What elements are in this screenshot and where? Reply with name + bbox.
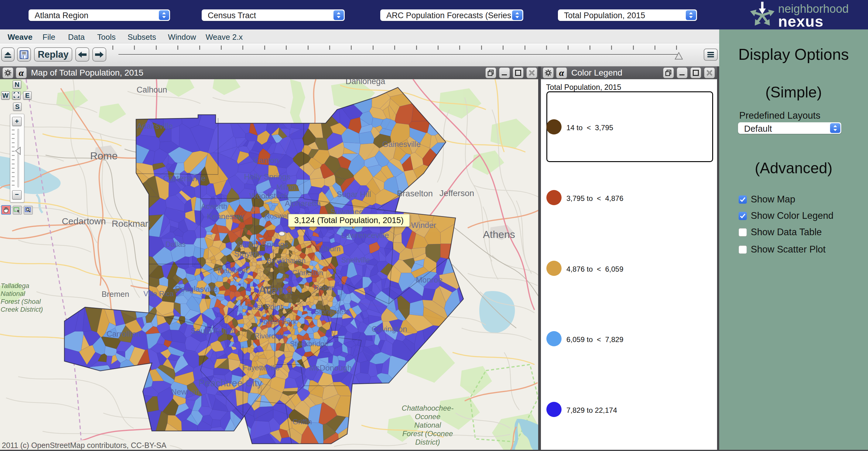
svg-text:Forest Park: Forest Park	[259, 318, 297, 326]
svg-text:Cedartown: Cedartown	[62, 216, 106, 226]
svg-text:Stockbridge: Stockbridge	[290, 340, 329, 348]
svg-text:South Fulton: South Fulton	[191, 326, 236, 335]
svg-text:Griffin: Griffin	[292, 418, 312, 426]
svg-text:Adairsville: Adairsville	[137, 121, 173, 130]
svg-text:Smyrna: Smyrna	[234, 249, 261, 258]
svg-text:Carrollton: Carrollton	[106, 329, 141, 339]
svg-text:Cartersville: Cartersville	[163, 173, 206, 183]
svg-text:Woodstock: Woodstock	[249, 191, 288, 200]
svg-text:Douglasville: Douglasville	[175, 284, 217, 293]
svg-text:Bremen: Bremen	[101, 290, 129, 299]
svg-text:Winder: Winder	[411, 221, 436, 230]
svg-text:Rome: Rome	[90, 150, 118, 161]
svg-text:Fayetteville: Fayetteville	[243, 363, 279, 372]
svg-text:Stonecrest: Stonecrest	[314, 308, 349, 316]
svg-text:Calhoun: Calhoun	[137, 85, 167, 94]
svg-text:Newnan: Newnan	[171, 387, 200, 396]
svg-text:Sugar Hill: Sugar Hill	[337, 190, 371, 199]
svg-text:Canton: Canton	[253, 156, 279, 165]
svg-text:Monroe: Monroe	[416, 275, 442, 284]
svg-text:Covington: Covington	[371, 324, 407, 333]
svg-text:Lilburn: Lilburn	[318, 245, 340, 253]
svg-text:National: National	[1, 290, 26, 297]
svg-text:National: National	[414, 421, 441, 429]
svg-text:Acworth: Acworth	[201, 202, 227, 210]
svg-text:Creek District): Creek District)	[1, 305, 43, 313]
svg-text:Forest (Shoal: Forest (Shoal	[1, 298, 41, 305]
svg-text:Dallas: Dallas	[165, 240, 186, 248]
svg-text:Atlanta: Atlanta	[259, 284, 293, 296]
svg-text:Redan: Redan	[314, 284, 335, 292]
svg-text:East Point: East Point	[247, 302, 283, 312]
svg-text:σ: σ	[251, 204, 256, 214]
svg-text:Alpharetta: Alpharetta	[285, 199, 321, 208]
svg-text:Peachtree City: Peachtree City	[198, 378, 262, 388]
svg-text:District): District)	[415, 438, 440, 446]
svg-text:Chattahoochee-: Chattahoochee-	[402, 404, 454, 412]
svg-text:Dahlonega: Dahlonega	[346, 79, 386, 86]
svg-text:Kennesaw: Kennesaw	[207, 212, 244, 221]
svg-text:Riverdale: Riverdale	[254, 332, 285, 340]
svg-text:McDonough: McDonough	[309, 363, 352, 373]
svg-text:Athens: Athens	[483, 229, 515, 240]
svg-text:Snellville: Snellville	[341, 256, 370, 264]
svg-text:Lawrenceville: Lawrenceville	[341, 231, 389, 240]
svg-text:Braselton: Braselton	[397, 189, 433, 198]
svg-text:Rockmart: Rockmart	[112, 219, 151, 229]
svg-text:Forest (Oconee: Forest (Oconee	[402, 429, 453, 438]
svg-text:Mableton: Mableton	[218, 266, 248, 275]
svg-text:Jefferson: Jefferson	[439, 189, 474, 198]
svg-text:Talladega: Talladega	[1, 282, 29, 290]
svg-text:Oconee: Oconee	[415, 413, 440, 421]
svg-text:Sandy Springs: Sandy Springs	[237, 240, 288, 249]
svg-text:Gainesville: Gainesville	[382, 139, 421, 149]
svg-text:Roswell: Roswell	[265, 212, 290, 220]
svg-text:Milton: Milton	[276, 183, 296, 191]
svg-text:Holly Springs: Holly Springs	[244, 172, 290, 181]
svg-text:Clarkston: Clarkston	[292, 268, 323, 277]
svg-text:Brookhaven: Brookhaven	[267, 256, 306, 265]
svg-text:Villa Rica: Villa Rica	[143, 290, 174, 298]
